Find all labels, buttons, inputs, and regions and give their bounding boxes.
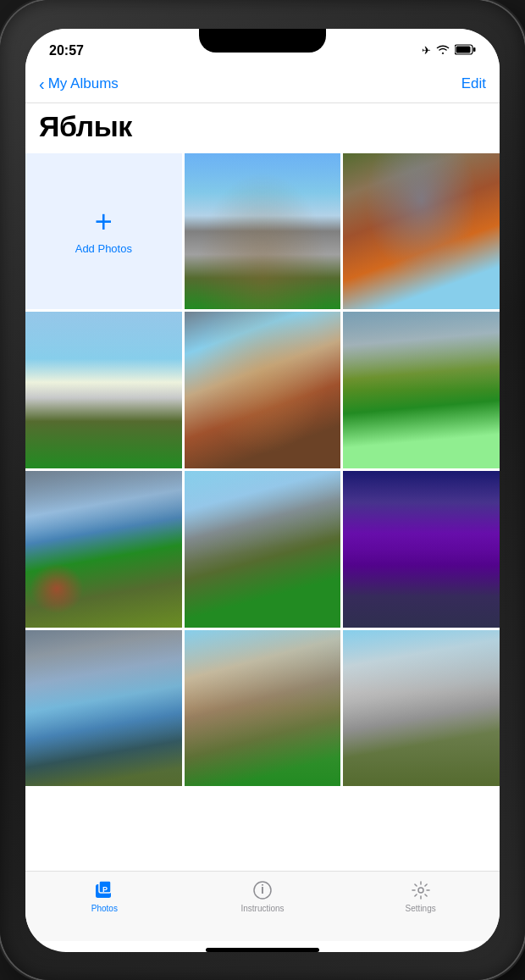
status-time: 20:57 — [49, 43, 84, 58]
photo-overlay — [343, 471, 500, 628]
photo-overlay — [343, 630, 500, 787]
svg-text:i: i — [261, 883, 264, 896]
add-photos-label: Add Photos — [75, 242, 132, 255]
photo-grid: + Add Photos — [25, 153, 500, 787]
tab-settings[interactable]: Settings — [341, 878, 500, 913]
photo-overlay — [185, 312, 341, 468]
list-item[interactable] — [25, 312, 182, 468]
photo-overlay — [185, 153, 341, 310]
list-item[interactable] — [343, 312, 500, 468]
back-label: My Albums — [48, 75, 119, 92]
tab-photos[interactable]: P Photos — [25, 878, 184, 913]
svg-text:P: P — [102, 885, 108, 894]
photo-overlay — [343, 312, 500, 468]
page-title: Яблык — [39, 110, 486, 143]
tab-settings-label: Settings — [406, 904, 436, 913]
list-item[interactable] — [185, 312, 341, 468]
tab-bar: P Photos i Instructions — [25, 871, 500, 941]
list-item[interactable] — [343, 630, 500, 787]
photo-overlay — [185, 471, 341, 628]
chevron-left-icon: ‹ — [39, 75, 45, 92]
photo-overlay — [25, 471, 182, 628]
list-item[interactable] — [343, 153, 500, 310]
battery-icon — [455, 44, 476, 58]
list-item[interactable] — [185, 153, 341, 310]
svg-point-9 — [418, 888, 423, 893]
photo-overlay — [25, 312, 182, 468]
list-item[interactable] — [185, 471, 341, 628]
svg-point-0 — [442, 53, 444, 54]
tab-instructions[interactable]: i Instructions — [184, 878, 342, 913]
home-indicator — [206, 948, 319, 952]
back-button[interactable]: ‹ My Albums — [39, 75, 119, 92]
nav-bar: ‹ My Albums Edit — [25, 66, 500, 103]
photo-grid-container[interactable]: + Add Photos — [25, 153, 500, 871]
edit-button[interactable]: Edit — [461, 75, 486, 92]
airplane-icon: ✈ — [422, 44, 431, 57]
list-item[interactable] — [25, 630, 182, 787]
add-photos-button[interactable]: + Add Photos — [25, 153, 182, 310]
phone-outer: 20:57 ✈ — [0, 0, 525, 980]
status-icons: ✈ — [422, 44, 476, 58]
svg-rect-2 — [473, 47, 476, 52]
tab-instructions-label: Instructions — [240, 904, 284, 913]
photo-overlay — [185, 630, 341, 787]
photo-overlay — [25, 630, 182, 787]
photos-tab-icon: P — [92, 878, 116, 902]
tab-photos-label: Photos — [91, 904, 118, 913]
settings-tab-icon — [409, 878, 433, 902]
phone-screen: 20:57 ✈ — [25, 29, 500, 952]
list-item[interactable] — [343, 471, 500, 628]
add-icon: + — [95, 207, 113, 237]
list-item[interactable] — [25, 471, 182, 628]
instructions-tab-icon: i — [251, 878, 274, 902]
svg-rect-3 — [456, 46, 471, 53]
list-item[interactable] — [185, 630, 341, 787]
notch — [199, 29, 326, 53]
photo-overlay — [343, 153, 500, 310]
page-title-area: Яблык — [25, 103, 500, 153]
wifi-icon — [436, 44, 450, 57]
